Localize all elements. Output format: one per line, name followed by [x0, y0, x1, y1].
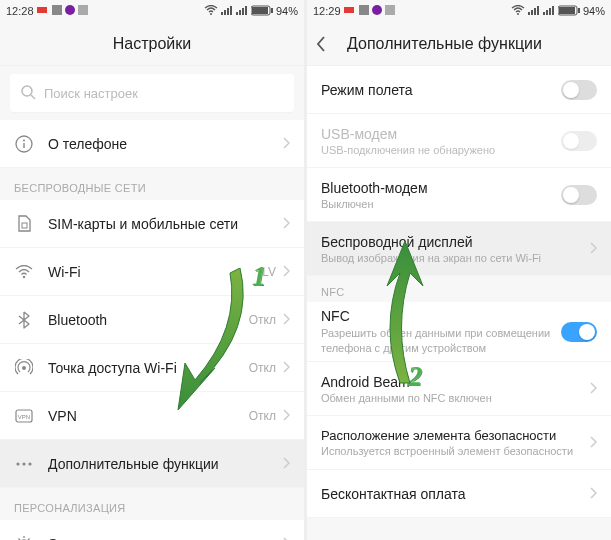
- app-icon: [344, 5, 356, 17]
- row-label: USB-модем: [321, 126, 561, 142]
- chevron-right-icon: [282, 264, 290, 280]
- back-button[interactable]: [315, 22, 327, 65]
- more-icon: [14, 454, 34, 474]
- svg-line-17: [31, 95, 35, 99]
- row-airplane[interactable]: Режим полета: [307, 66, 611, 114]
- chevron-right-icon: [589, 435, 597, 451]
- row-label: Дополнительные функции: [48, 456, 282, 472]
- svg-rect-41: [359, 5, 369, 15]
- svg-rect-51: [549, 8, 551, 15]
- app-icon: [78, 5, 88, 17]
- svg-point-27: [22, 462, 25, 465]
- battery-icon: [558, 5, 580, 18]
- row-value: LV: [262, 265, 276, 279]
- svg-point-26: [16, 462, 19, 465]
- toggle-off[interactable]: [561, 185, 597, 205]
- section-wireless: БЕСПРОВОДНЫЕ СЕТИ: [0, 168, 304, 200]
- svg-rect-20: [23, 143, 24, 148]
- display-icon: [14, 534, 34, 541]
- chevron-right-icon: [282, 360, 290, 376]
- row-sub: Вывод изображения на экран по сети Wi-Fi: [321, 252, 589, 264]
- status-battery: 94%: [276, 5, 298, 17]
- row-label: О телефоне: [48, 136, 282, 152]
- svg-rect-43: [385, 5, 395, 15]
- row-bt-tether[interactable]: Bluetooth-модем Выключен: [307, 168, 611, 222]
- svg-rect-47: [534, 8, 536, 15]
- row-more-functions[interactable]: Дополнительные функции: [0, 440, 304, 488]
- row-display[interactable]: Экран: [0, 520, 304, 540]
- chevron-right-icon: [589, 381, 597, 397]
- row-sub: Выключен: [321, 198, 561, 210]
- row-vpn[interactable]: VPN VPN Откл: [0, 392, 304, 440]
- row-value: Откл: [249, 361, 276, 375]
- svg-point-4: [210, 13, 212, 15]
- svg-rect-14: [252, 7, 268, 14]
- wifi-icon: [204, 5, 218, 17]
- svg-rect-15: [271, 8, 273, 13]
- chevron-right-icon: [589, 486, 597, 502]
- sim-icon: [14, 214, 34, 234]
- section-nfc: NFC: [307, 276, 611, 302]
- row-label: Беспроводной дисплей: [321, 234, 589, 250]
- svg-rect-45: [528, 12, 530, 15]
- svg-point-42: [372, 5, 382, 15]
- row-label: Расположение элемента безопасности: [321, 428, 589, 443]
- svg-rect-8: [230, 6, 232, 15]
- row-wireless-display[interactable]: Беспроводной дисплей Вывод изображения н…: [307, 222, 611, 276]
- status-bar: 12:28 94%: [0, 0, 304, 22]
- status-time: 12:29: [313, 5, 341, 17]
- row-android-beam[interactable]: Android Beam Обмен данными по NFC включе…: [307, 362, 611, 416]
- row-wifi[interactable]: Wi-Fi LV: [0, 248, 304, 296]
- svg-rect-7: [227, 8, 229, 15]
- signal-icon: [543, 5, 555, 17]
- search-input[interactable]: Поиск настроек: [10, 74, 294, 112]
- chevron-right-icon: [282, 456, 290, 472]
- row-sim[interactable]: SIM-карты и мобильные сети: [0, 200, 304, 248]
- row-label: Бесконтактная оплата: [321, 486, 589, 502]
- svg-rect-40: [344, 7, 354, 13]
- row-bluetooth[interactable]: Bluetooth Откл: [0, 296, 304, 344]
- row-hotspot[interactable]: Точка доступа Wi-Fi Откл: [0, 344, 304, 392]
- row-about-phone[interactable]: О телефоне: [0, 120, 304, 168]
- signal-icon: [221, 5, 233, 17]
- svg-rect-50: [546, 10, 548, 15]
- row-value: Откл: [249, 313, 276, 327]
- toggle-on[interactable]: [561, 322, 597, 342]
- svg-rect-52: [552, 6, 554, 15]
- svg-line-34: [19, 538, 21, 540]
- toggle-off[interactable]: [561, 80, 597, 100]
- row-contactless-pay[interactable]: Бесконтактная оплата: [307, 470, 611, 518]
- row-label: Bluetooth: [48, 312, 249, 328]
- svg-rect-48: [537, 6, 539, 15]
- section-personal: ПЕРСОНАЛИЗАЦИЯ: [0, 488, 304, 520]
- header: Настройки: [0, 22, 304, 66]
- status-battery: 94%: [583, 5, 605, 17]
- row-nfc[interactable]: NFC Разрешить обмен данными при совмещен…: [307, 302, 611, 362]
- row-label: Android Beam: [321, 374, 589, 390]
- page-title: Дополнительные функции: [347, 35, 542, 53]
- svg-rect-6: [224, 10, 226, 15]
- bluetooth-icon: [14, 310, 34, 330]
- settings-screen: 12:28 94% Настройки Поиск настроек О тел…: [0, 0, 304, 540]
- svg-rect-5: [221, 12, 223, 15]
- chevron-right-icon: [282, 312, 290, 328]
- svg-point-19: [23, 139, 25, 141]
- app-icon: [52, 5, 62, 17]
- wifi-icon: [14, 262, 34, 282]
- info-icon: [14, 134, 34, 154]
- wifi-icon: [511, 5, 525, 17]
- hotspot-icon: [14, 358, 34, 378]
- signal-icon: [236, 5, 248, 17]
- svg-rect-11: [242, 8, 244, 15]
- svg-rect-49: [543, 12, 545, 15]
- row-label: Bluetooth-модем: [321, 180, 561, 196]
- row-secure-element[interactable]: Расположение элемента безопасности Испол…: [307, 416, 611, 470]
- app-icon: [372, 5, 382, 17]
- svg-line-37: [28, 538, 30, 540]
- svg-point-28: [28, 462, 31, 465]
- app-icon: [37, 5, 49, 17]
- svg-rect-12: [245, 6, 247, 15]
- chevron-right-icon: [589, 241, 597, 257]
- row-label: Wi-Fi: [48, 264, 262, 280]
- page-title: Настройки: [113, 35, 191, 53]
